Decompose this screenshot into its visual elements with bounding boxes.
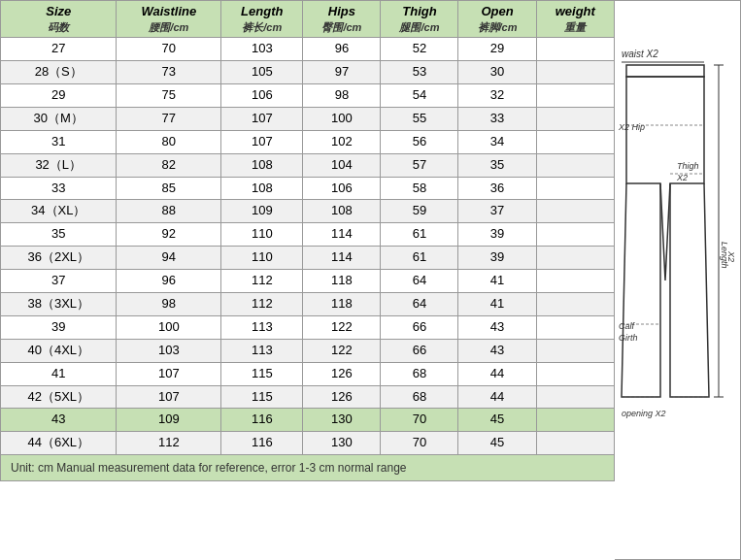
cell-waistline: 100 xyxy=(117,315,221,339)
cell-weight xyxy=(536,107,614,130)
cell-size: 42（5XL） xyxy=(1,385,117,409)
cell-weight xyxy=(536,247,614,270)
cell-weight xyxy=(536,38,614,61)
cell-length: 115 xyxy=(221,385,303,409)
cell-size: 40（4XL） xyxy=(1,339,117,362)
cell-open: 43 xyxy=(458,315,536,339)
table-row: 2975106985432 xyxy=(1,83,615,107)
cell-open: 34 xyxy=(458,130,536,153)
cell-size: 29 xyxy=(1,83,117,107)
cell-size: 41 xyxy=(1,362,117,385)
cell-length: 113 xyxy=(221,339,303,362)
cell-hips: 118 xyxy=(303,270,381,293)
cell-weight xyxy=(536,270,614,293)
cell-hips: 126 xyxy=(303,362,381,385)
cell-length: 103 xyxy=(221,38,303,61)
cell-hips: 118 xyxy=(303,292,381,315)
cell-weight xyxy=(536,292,614,315)
svg-text:X2: X2 xyxy=(676,173,688,182)
table-row: 32（L）821081045735 xyxy=(1,153,615,177)
table-row: 37961121186441 xyxy=(1,270,615,293)
cell-waistline: 77 xyxy=(117,107,221,130)
cell-length: 110 xyxy=(221,247,303,270)
table-row: 411071151266844 xyxy=(1,362,615,385)
table-row: 42（5XL）1071151266844 xyxy=(1,385,615,409)
table-row: 28（S）73105975330 xyxy=(1,61,615,84)
cell-length: 107 xyxy=(221,107,303,130)
cell-weight xyxy=(536,153,614,177)
cell-size: 39 xyxy=(1,315,117,339)
cell-waistline: 98 xyxy=(117,292,221,315)
cell-open: 30 xyxy=(458,61,536,84)
cell-size: 28（S） xyxy=(1,61,117,84)
size-chart-table: Size 码数 Waistline 腰围/cm Length 裤长/cm Hip… xyxy=(0,0,615,455)
cell-length: 108 xyxy=(221,177,303,200)
cell-thigh: 70 xyxy=(381,432,458,455)
svg-text:Calf: Calf xyxy=(619,321,636,331)
cell-hips: 108 xyxy=(303,200,381,223)
cell-open: 29 xyxy=(458,38,536,61)
cell-waistline: 103 xyxy=(117,339,221,362)
cell-weight xyxy=(536,200,614,223)
cell-weight xyxy=(536,409,614,432)
cell-hips: 102 xyxy=(303,130,381,153)
svg-text:opening X2: opening X2 xyxy=(622,409,666,418)
cell-hips: 104 xyxy=(303,153,381,177)
cell-waistline: 109 xyxy=(117,409,221,432)
cell-weight xyxy=(536,83,614,107)
cell-waistline: 107 xyxy=(117,362,221,385)
cell-size: 34（XL） xyxy=(1,200,117,223)
cell-thigh: 64 xyxy=(381,270,458,293)
header-length: Length 裤长/cm xyxy=(221,1,303,38)
cell-thigh: 64 xyxy=(381,292,458,315)
cell-open: 37 xyxy=(458,200,536,223)
cell-size: 35 xyxy=(1,223,117,247)
cell-size: 27 xyxy=(1,38,117,61)
table-row: 40（4XL）1031131226643 xyxy=(1,339,615,362)
pants-diagram: waist X2 X2 Hip Thigh X2 xyxy=(617,28,738,533)
svg-text:Thigh: Thigh xyxy=(677,161,699,171)
cell-length: 112 xyxy=(221,270,303,293)
cell-hips: 98 xyxy=(303,83,381,107)
cell-size: 30（M） xyxy=(1,107,117,130)
cell-waistline: 112 xyxy=(117,432,221,455)
header-thigh: Thigh 腿围/cm xyxy=(381,1,458,38)
table-row: 35921101146139 xyxy=(1,223,615,247)
cell-thigh: 61 xyxy=(381,223,458,247)
cell-waistline: 88 xyxy=(117,200,221,223)
header-weight: weight 重量 xyxy=(536,1,614,38)
cell-hips: 126 xyxy=(303,385,381,409)
cell-thigh: 57 xyxy=(381,153,458,177)
cell-size: 31 xyxy=(1,130,117,153)
main-container: Size 码数 Waistline 腰围/cm Length 裤长/cm Hip… xyxy=(0,0,741,560)
cell-waistline: 80 xyxy=(117,130,221,153)
cell-thigh: 53 xyxy=(381,61,458,84)
svg-text:waist X2: waist X2 xyxy=(622,49,658,59)
cell-size: 36（2XL） xyxy=(1,247,117,270)
cell-thigh: 52 xyxy=(381,38,458,61)
cell-size: 38（3XL） xyxy=(1,292,117,315)
cell-length: 109 xyxy=(221,200,303,223)
cell-length: 116 xyxy=(221,432,303,455)
cell-thigh: 59 xyxy=(381,200,458,223)
cell-thigh: 54 xyxy=(381,83,458,107)
cell-hips: 97 xyxy=(303,61,381,84)
cell-length: 106 xyxy=(221,83,303,107)
cell-weight xyxy=(536,339,614,362)
cell-weight xyxy=(536,432,614,455)
table-row: 34（XL）881091085937 xyxy=(1,200,615,223)
svg-rect-2 xyxy=(626,65,704,77)
table-row: 431091161307045 xyxy=(1,409,615,432)
cell-thigh: 61 xyxy=(381,247,458,270)
cell-hips: 130 xyxy=(303,409,381,432)
table-section: Size 码数 Waistline 腰围/cm Length 裤长/cm Hip… xyxy=(0,0,615,560)
cell-thigh: 56 xyxy=(381,130,458,153)
cell-open: 45 xyxy=(458,409,536,432)
cell-open: 39 xyxy=(458,223,536,247)
cell-open: 33 xyxy=(458,107,536,130)
cell-thigh: 68 xyxy=(381,362,458,385)
cell-hips: 96 xyxy=(303,38,381,61)
diagram-section: waist X2 X2 Hip Thigh X2 xyxy=(615,0,741,560)
cell-hips: 114 xyxy=(303,247,381,270)
svg-text:Girth: Girth xyxy=(619,333,638,343)
